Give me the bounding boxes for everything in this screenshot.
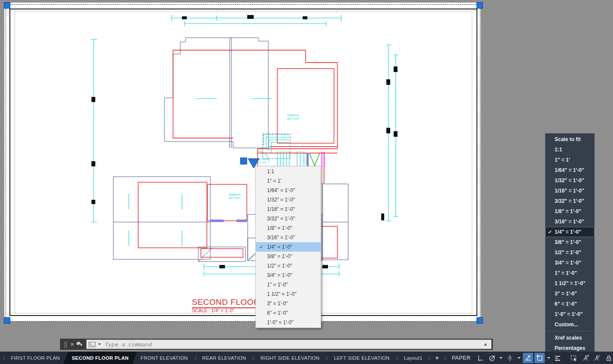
printable-margin	[15, 12, 472, 313]
layout-tab[interactable]: SECOND FLOOR PLAN	[63, 352, 137, 364]
paper-space-toggle[interactable]: PAPER	[448, 353, 474, 363]
drawing-scale-note: SCALE : 1/4" = 1'-0"	[192, 308, 234, 313]
command-bar: × ▲	[60, 339, 493, 350]
layout-tab[interactable]: FRONT ELEVATION	[137, 352, 191, 364]
scale-menu-option[interactable]: 1/2" = 1'-0"	[545, 247, 595, 258]
status-toggles: PAPER	[448, 352, 613, 364]
scale-menu-option[interactable]: 6" = 1'-0"	[545, 299, 595, 309]
scale-option[interactable]: 3/4" = 1'-0"	[256, 271, 321, 280]
polar-tracking-flyout-icon[interactable]	[499, 357, 503, 359]
lock-icon[interactable]	[604, 353, 613, 363]
chevron-down-icon[interactable]	[98, 343, 101, 345]
polar-tracking-icon[interactable]	[487, 353, 497, 363]
scale-menu-option[interactable]: 3/32" = 1'-0"	[545, 196, 595, 206]
scale-option[interactable]: 1:1	[256, 167, 321, 176]
scale-option[interactable]: 1" = 1'	[256, 176, 321, 186]
scale-menu-option[interactable]: Xref scales	[545, 333, 595, 343]
object-snap-flyout-icon[interactable]	[547, 357, 550, 359]
scale-menu-option[interactable]: 1/64" = 1'-0"	[545, 165, 595, 175]
annotation-angle-icon[interactable]	[523, 353, 533, 363]
scale-menu-option[interactable]: 1/32" = 1'-0"	[545, 175, 595, 186]
scale-menu-option[interactable]: 3/16" = 1'-0"	[545, 217, 595, 227]
menu-separator	[545, 331, 595, 331]
scale-menu-footer: Xref scales Percentages	[545, 333, 595, 353]
scale-menu-option[interactable]: Custom...	[545, 319, 595, 330]
command-input[interactable]	[104, 340, 491, 349]
scale-option[interactable]: 3/8" = 1'-0"	[256, 252, 321, 261]
viewport-grip-top-right[interactable]	[476, 2, 483, 9]
scale-menu-option[interactable]: Scale to fit	[545, 134, 595, 144]
wrench-icon[interactable]	[76, 341, 83, 348]
scale-option[interactable]: 1/4" = 1'-0"	[256, 242, 321, 252]
scale-menu-option[interactable]: 1:1	[545, 144, 595, 155]
scale-option[interactable]: 3/16" = 1'-0"	[256, 233, 321, 242]
scale-option[interactable]: 3/32" = 1'-0"	[256, 214, 321, 223]
autocad-window: TERRACE 350 X 30'5" TERRACE 156 X 9'6" R…	[0, 0, 613, 364]
layout-tab[interactable]: FIRST FLOOR PLAN	[0, 352, 63, 364]
scale-option[interactable]: 1/16" = 1'-0"	[256, 205, 321, 214]
selection-cycling-icon[interactable]	[569, 353, 579, 363]
layout-tab[interactable]: LEFT SIDE ELEVATION	[323, 352, 393, 364]
layout-tab[interactable]: Layout1	[393, 352, 426, 364]
object-snap-tracking-icon[interactable]	[505, 353, 515, 363]
scale-menu-option[interactable]: 3" = 1'-0"	[545, 289, 595, 299]
layout-tab[interactable]: REAR ELEVATION	[191, 352, 250, 364]
scale-option[interactable]: 1/64" = 1'-0"	[256, 186, 321, 195]
status-scale-menu: Scale to fit 1:1 1" = 1' 1/64" = 1'-0" 1…	[545, 133, 595, 352]
viewport-grip-bottom-left[interactable]	[4, 317, 10, 324]
autoscale-icon[interactable]	[592, 353, 602, 363]
scale-menu-option[interactable]: 1" = 1'-0"	[545, 268, 595, 278]
status-bar: FIRST FLOOR PLAN SECOND FLOOR PLAN FRONT…	[0, 352, 613, 364]
command-bar-controls: ×	[61, 339, 86, 349]
command-history-up-icon[interactable]: ▲	[483, 342, 488, 346]
layout-tabs: FIRST FLOOR PLAN SECOND FLOOR PLAN FRONT…	[0, 352, 426, 364]
viewport-scale-dropdown: 1:1 1" = 1' 1/64" = 1'-0" 1/32" = 1'-0" …	[255, 166, 321, 328]
scale-option[interactable]: 1'-0" = 1'-0"	[256, 318, 321, 327]
layout-tab[interactable]: RIGHT SIDE ELEVATION	[249, 352, 323, 364]
scale-menu-main: Scale to fit 1:1 1" = 1' 1/64" = 1'-0" 1…	[545, 134, 595, 330]
scale-option[interactable]: 6" = 1'-0"	[256, 308, 321, 318]
viewport-grip-top-left[interactable]	[4, 2, 10, 9]
scale-option[interactable]: 1 1/2" = 1'-0"	[256, 289, 321, 299]
command-prompt-icon[interactable]	[87, 342, 104, 347]
viewport-grip-bottom-right[interactable]	[476, 317, 483, 324]
ortho-mode-icon[interactable]	[475, 353, 486, 363]
scale-option[interactable]: 1/2" = 1'-0"	[256, 261, 321, 271]
check-icon	[256, 244, 267, 250]
scale-menu-option[interactable]: 3/4" = 1'-0"	[545, 258, 595, 268]
close-icon[interactable]: ×	[70, 341, 74, 347]
scale-option[interactable]: 1/32" = 1'-0"	[256, 195, 321, 205]
scale-menu-option[interactable]: 1/16" = 1'-0"	[545, 186, 595, 196]
scale-option[interactable]: 1" = 1'-0"	[256, 280, 321, 289]
lineweight-icon[interactable]	[552, 353, 563, 363]
snap-tracking-flyout-icon[interactable]	[517, 357, 521, 359]
command-input-wrap: ▲	[86, 340, 492, 349]
object-snap-icon[interactable]	[534, 353, 545, 363]
scale-menu-option[interactable]: 1'-0" = 1'-0"	[545, 309, 595, 319]
check-icon	[545, 229, 555, 235]
scale-menu-option[interactable]: 1/8" = 1'-0"	[545, 206, 595, 217]
scale-option[interactable]: 1/8" = 1'-0"	[256, 223, 321, 233]
annotation-visibility-icon[interactable]	[580, 353, 591, 363]
scale-menu-option[interactable]: 1" = 1'	[545, 155, 595, 165]
scale-menu-option[interactable]: 3/8" = 1'-0"	[545, 237, 595, 247]
scale-menu-option[interactable]: 1/4" = 1'-0"	[545, 227, 595, 237]
scale-option[interactable]: 3" = 1'-0"	[256, 299, 321, 308]
new-layout-button[interactable]: +	[426, 352, 448, 364]
drag-handle-icon[interactable]	[64, 341, 68, 348]
scale-menu-option[interactable]: 1 1/2" = 1'-0"	[545, 278, 595, 289]
